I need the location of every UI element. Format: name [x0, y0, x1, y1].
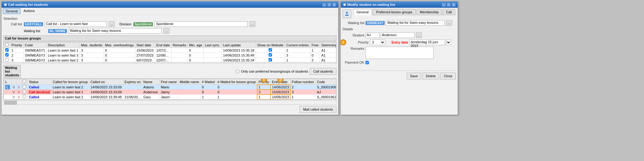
calllist-dots-btn[interactable]: ...: [109, 21, 115, 27]
col-swim-level: Swimming level c...: [320, 42, 336, 48]
groups-section-header: Call for lesson groups: [3, 36, 336, 41]
main-content: Selection Call list EASYCALL Call list -…: [2, 15, 338, 115]
row-show-website: [256, 53, 285, 58]
select-all-waiting[interactable]: [23, 80, 26, 83]
waitinglist-dots-btn[interactable]: ...: [163, 28, 169, 34]
calllist-label: Call list: [3, 22, 22, 26]
division-input[interactable]: Sportdienst: [155, 21, 248, 27]
modify-remarks-label: Remarks: [343, 47, 364, 50]
modify-waitinglist-label: Waiting list: [343, 21, 364, 25]
division-badge: Sportdienst: [133, 22, 153, 26]
row-wcheck-2[interactable]: [23, 95, 26, 98]
row-end-date: 22/07/...: [155, 58, 171, 63]
waiting-table-wrapper: L Status Called for lesson group Called …: [3, 78, 336, 100]
scrollbar-thumb[interactable]: [4, 101, 17, 104]
modify-payment-checkbox[interactable]: [365, 61, 369, 64]
row-l-cell: [4, 90, 11, 95]
modify-payment-row: Payment OK: [343, 61, 456, 64]
row-follow-num: 1: [290, 95, 315, 100]
modify-priority-row: 1 Priority 1 2 3 4 5 Entry date donderda…: [343, 40, 456, 45]
calllist-input[interactable]: Call list - Learn to swim fast: [45, 21, 107, 27]
row-priority: 3: [10, 58, 24, 63]
col-remarks-g: Remarks: [171, 42, 188, 48]
col-follow-number: Follow number: [290, 79, 315, 85]
row-status: Called: [28, 95, 51, 100]
tab-preferred-lesson[interactable]: Preferred lesson groups: [373, 9, 416, 15]
col-name: Name: [142, 79, 159, 85]
horizontal-scrollbar[interactable]: [3, 100, 336, 105]
col-v: [11, 79, 16, 85]
modify-payment-label: Payment OK: [343, 61, 364, 64]
tab-call[interactable]: Call: [443, 9, 455, 15]
row-entry-date: 15/06/2023: [270, 90, 290, 95]
row-name: Anderson: [142, 90, 159, 95]
row-v-cell: V: [11, 95, 16, 100]
row-checkbox-0[interactable]: [5, 48, 9, 52]
col-check-w: [21, 79, 28, 85]
modify-window-icon: 🖥: [343, 3, 346, 6]
row-last-sync: [204, 58, 222, 63]
row-wcheck-1[interactable]: [23, 90, 26, 93]
modify-save-btn[interactable]: Save: [407, 73, 421, 79]
modify-icon-tabs: General Preferred lesson groups Membersh…: [341, 8, 458, 18]
row-code: SWIMEASY3: [24, 53, 46, 58]
maximize-btn[interactable]: □: [327, 2, 331, 7]
modify-minimize-btn[interactable]: _: [442, 2, 446, 7]
waitinglist-row: Waiting list WL SWIME Waiting list for S…: [3, 28, 336, 34]
groups-table-row: 2 SWIMEASY3 Learn to swim fast 3 3 0 27/…: [4, 53, 337, 58]
priority-badge-2: 2: [277, 78, 283, 83]
col-mailed-lesson: # Mailed for lesson group: [216, 79, 257, 85]
row-firstname: Mario: [159, 85, 178, 90]
modify-delete-btn[interactable]: Delete: [422, 73, 439, 79]
row-code: SWIMEASY2: [24, 58, 46, 63]
row-check-cell: [4, 48, 10, 53]
col-middlename: Middle name: [178, 79, 201, 85]
mail-called-students-btn[interactable]: Mail called students: [300, 106, 336, 113]
row-priority-w: 1: [257, 95, 270, 100]
call-students-btn[interactable]: Call students: [310, 68, 336, 75]
modify-maximize-btn[interactable]: □: [447, 2, 451, 7]
row-checkbox-1[interactable]: [5, 53, 9, 57]
col-end-date: End date: [155, 42, 171, 48]
modify-priority-select[interactable]: 1 2 3 4 5: [370, 40, 385, 45]
modify-remarks-textarea[interactable]: [365, 47, 434, 59]
only-preferred-checkbox[interactable]: [236, 70, 239, 73]
minimize-btn[interactable]: _: [322, 2, 326, 7]
row-website-cb-0[interactable]: [269, 48, 272, 52]
division-dots-btn[interactable]: ...: [249, 21, 255, 27]
row-current-entries: 1: [285, 58, 310, 63]
modify-waitinglist-dots-btn[interactable]: ...: [446, 20, 452, 26]
modify-student-code[interactable]: AJ: [365, 32, 379, 38]
modify-close-btn-bottom[interactable]: Close: [440, 73, 456, 79]
main-window-title: Call waiting list students: [8, 3, 48, 6]
select-all-groups[interactable]: [5, 43, 9, 46]
row-website-cb-2[interactable]: [269, 58, 272, 61]
main-window: 🖥 Call waiting list students _ □ × Gener…: [1, 1, 339, 115]
only-preferred-row: Only use preferred lessongroups of stude…: [236, 68, 336, 75]
modify-student-dots-btn[interactable]: ...: [416, 32, 422, 38]
modify-waitinglist-input[interactable]: Waiting list for Swim easy lessons: [386, 20, 445, 26]
row-website-cb-1[interactable]: [269, 53, 272, 57]
close-btn[interactable]: ×: [332, 2, 336, 7]
modify-entry-date-input[interactable]: donderdag 15 juni 2023: [409, 40, 445, 45]
row-checkbox-2[interactable]: [5, 58, 9, 61]
groups-table-header: Priority Code Description Max. students …: [4, 42, 337, 48]
menu-actions[interactable]: Actions: [21, 8, 37, 14]
row-code-w: S_00001906: [315, 85, 336, 90]
row-code-w: AJ: [315, 90, 336, 95]
col-current-entries: Current entries: [285, 42, 310, 48]
col-firstname: First name: [159, 79, 178, 85]
waitinglist-input[interactable]: Waiting list for Swim easy lessons: [69, 28, 162, 34]
row-called-for: Learn to swim fast 2: [51, 85, 89, 90]
row-wcheck-0[interactable]: [23, 85, 26, 88]
row-status: Called: [28, 85, 51, 90]
row-free: 0: [310, 53, 320, 58]
menu-general[interactable]: General: [3, 8, 20, 14]
col-priority-g: Priority: [10, 42, 24, 48]
modify-entry-date-select[interactable]: [446, 40, 451, 45]
modify-close-btn[interactable]: ×: [452, 2, 456, 7]
modify-student-name[interactable]: Anderson: [381, 32, 415, 38]
tab-general[interactable]: General: [353, 9, 372, 15]
tab-membership[interactable]: Membership: [417, 9, 442, 15]
row-free: 2: [310, 58, 320, 63]
